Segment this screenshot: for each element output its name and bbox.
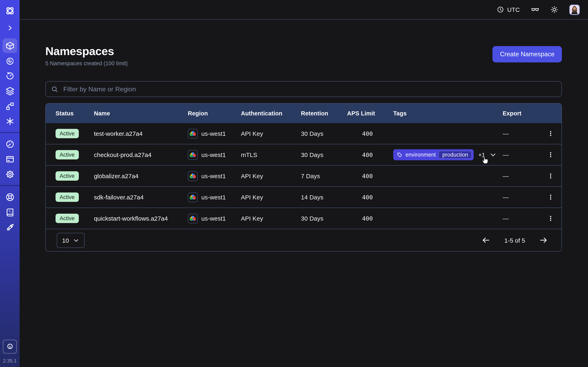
sidebar-footer: $ 2.35.1 — [3, 340, 17, 367]
namespace-link[interactable]: test-worker.a27a4 — [94, 130, 143, 137]
table-row: Active sdk-failover.a27a4 us-west1 API K… — [46, 187, 562, 208]
pager-controls: 1-5 of 5 — [481, 236, 548, 245]
sidebar-item-docs[interactable] — [2, 205, 17, 219]
tags-more-count: +1 — [478, 151, 485, 158]
tag-pill[interactable]: environment production — [393, 149, 474, 160]
page-size-value: 10 — [62, 237, 69, 244]
table-row: Active test-worker.a27a4 us-west1 API Ke… — [46, 123, 562, 144]
tag-icon — [397, 152, 403, 158]
tags-cell: environment production +1 — [393, 149, 503, 160]
status-badge: Active — [56, 171, 79, 181]
page-size-select[interactable]: 10 — [57, 233, 85, 248]
col-tags: Tags — [393, 110, 503, 117]
export-cell: — — [503, 173, 544, 179]
aps-limit-cell: 400 — [347, 151, 393, 158]
export-cell: — — [503, 194, 544, 201]
namespace-link[interactable]: globalizer.a27a4 — [94, 173, 139, 179]
name-cell: sdk-failover.a27a4 — [94, 194, 188, 201]
tag-key: environment — [406, 152, 436, 158]
row-menu-button[interactable] — [544, 149, 557, 161]
col-status: Status — [56, 110, 94, 117]
sidebar-item-batch-operations[interactable] — [2, 114, 17, 128]
sidebar-item-usage[interactable] — [2, 137, 17, 151]
col-export: Export — [503, 110, 544, 117]
theme-toggle-button[interactable] — [550, 6, 558, 13]
book-icon — [5, 207, 15, 217]
status-badge: Active — [56, 192, 79, 202]
rocket-icon — [5, 222, 15, 232]
sidebar-expand-button[interactable] — [5, 23, 15, 33]
arrow-left-icon — [481, 236, 490, 245]
actions-cell — [544, 170, 562, 182]
namespace-link[interactable]: sdk-failover.a27a4 — [94, 194, 144, 201]
row-menu-button[interactable] — [544, 191, 557, 203]
sidebar-item-deployments[interactable] — [2, 83, 17, 98]
sidebar-item-support[interactable] — [2, 190, 17, 204]
dollar-seal-icon: $ — [6, 343, 14, 350]
cycle-icon — [5, 56, 15, 66]
col-retention: Retention — [301, 110, 347, 117]
retention-cell: 30 Days — [301, 215, 347, 222]
sidebar-item-billing[interactable] — [2, 152, 17, 166]
actions-cell — [544, 191, 562, 203]
row-menu-button[interactable] — [544, 212, 557, 225]
next-page-button[interactable] — [539, 236, 548, 245]
table-row: Active globalizer.a27a4 us-west1 API Key… — [46, 166, 562, 187]
name-cell: quickstart-workflows.a27a4 — [94, 215, 188, 222]
svg-text:$: $ — [9, 345, 11, 349]
status-badge: Active — [56, 129, 79, 138]
retention-cell: 30 Days — [301, 130, 347, 137]
tags-expand-chevron-icon[interactable] — [490, 151, 497, 158]
arrow-right-icon — [539, 236, 548, 245]
gcp-icon — [188, 171, 198, 181]
topbar: UTC — [20, 0, 588, 20]
retention-cell: 30 Days — [301, 151, 347, 158]
kebab-menu-icon — [547, 173, 554, 179]
gcp-icon — [188, 213, 198, 223]
kebab-menu-icon — [547, 194, 554, 201]
pager-range-label: 1-5 of 5 — [504, 237, 525, 244]
sidebar-item-nexus[interactable] — [2, 99, 17, 113]
filter-bar[interactable] — [45, 81, 562, 97]
gear-icon — [5, 169, 15, 179]
auth-cell: API Key — [241, 215, 301, 222]
col-authentication: Authentication — [241, 110, 301, 117]
status-badge: Active — [56, 214, 79, 223]
name-cell: test-worker.a27a4 — [94, 130, 188, 137]
sidebar-item-getting-started[interactable] — [2, 220, 17, 234]
region-label: us-west1 — [201, 130, 226, 137]
sidebar-item-schedules[interactable] — [2, 68, 17, 83]
status-cell: Active — [56, 171, 94, 181]
name-cell: globalizer.a27a4 — [94, 173, 188, 179]
sidebar-item-namespaces[interactable] — [2, 38, 17, 53]
timezone-selector[interactable]: UTC — [497, 6, 520, 13]
namespace-link[interactable]: checkout-prod.a27a4 — [94, 151, 151, 158]
sidebar-nav — [0, 38, 20, 234]
search-icon — [51, 85, 58, 93]
sidebar-divider — [0, 132, 20, 133]
create-namespace-button[interactable]: Create Namespace — [493, 46, 562, 62]
aps-limit-cell: 400 — [347, 194, 393, 200]
region-label: us-west1 — [201, 173, 226, 179]
reader-mode-button[interactable] — [531, 5, 539, 14]
actions-cell — [544, 212, 562, 225]
clock-icon — [497, 6, 504, 13]
previous-page-button[interactable] — [481, 236, 490, 245]
filter-input[interactable] — [62, 85, 556, 93]
row-menu-button[interactable] — [544, 170, 557, 182]
name-cell: checkout-prod.a27a4 — [94, 151, 188, 158]
page-title: Namespaces — [45, 46, 128, 57]
layers-icon — [5, 86, 15, 96]
timezone-label: UTC — [507, 6, 520, 13]
temporal-logo-icon[interactable] — [4, 5, 16, 16]
avatar-photo-icon — [570, 4, 579, 15]
sidebar-item-settings[interactable] — [2, 167, 17, 182]
user-avatar[interactable] — [569, 4, 580, 15]
row-menu-button[interactable] — [544, 127, 557, 140]
pricing-badge-button[interactable]: $ — [3, 340, 17, 354]
col-region: Region — [188, 110, 241, 117]
auth-cell: mTLS — [241, 151, 301, 158]
namespace-link[interactable]: quickstart-workflows.a27a4 — [94, 215, 168, 222]
auth-cell: API Key — [241, 194, 301, 201]
sidebar-item-workflows[interactable] — [2, 53, 17, 68]
